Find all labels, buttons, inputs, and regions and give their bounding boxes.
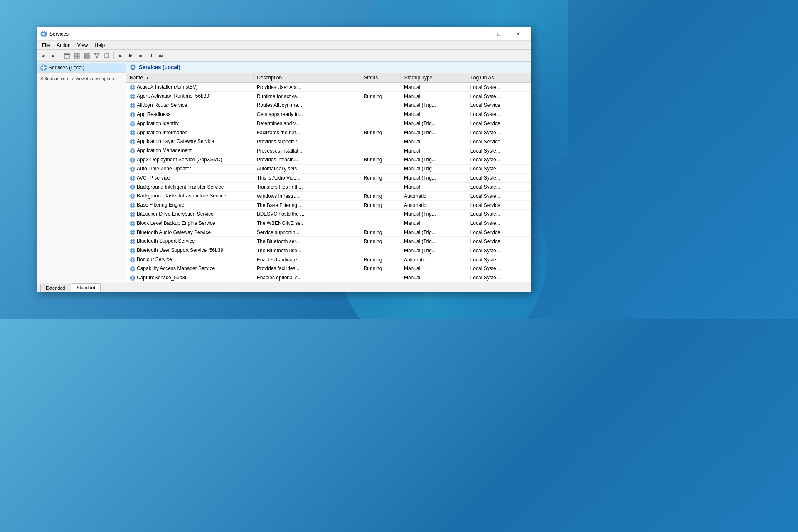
- service-name: Background Tasks Infrastructure Service: [137, 193, 226, 199]
- table-row[interactable]: Application InformationFacilitates the r…: [126, 128, 531, 137]
- svg-rect-186: [130, 223, 131, 224]
- col-header-name[interactable]: Name ▲: [126, 73, 254, 83]
- table-row[interactable]: Background Intelligent Transfer ServiceT…: [126, 182, 531, 192]
- table-row[interactable]: Auto Time Zone UpdaterAutomatically sets…: [126, 164, 531, 173]
- svg-rect-215: [132, 252, 133, 253]
- toolbar-view2[interactable]: [72, 51, 81, 60]
- table-row[interactable]: Bluetooth Support ServiceThe Bluetooth s…: [126, 237, 531, 246]
- table-row[interactable]: Capability Access Manager ServiceProvide…: [126, 264, 531, 273]
- service-startup: Automatic: [401, 255, 467, 264]
- toolbar-edit[interactable]: [102, 51, 111, 60]
- service-name: Application Identity: [137, 121, 179, 126]
- svg-rect-105: [132, 153, 133, 153]
- col-header-status[interactable]: Status: [360, 73, 401, 83]
- service-description: Routes AllJoyn me...: [254, 101, 360, 110]
- menu-action[interactable]: Action: [53, 42, 74, 49]
- svg-rect-197: [134, 232, 135, 233]
- service-description: Transfers files in th...: [254, 182, 360, 192]
- svg-rect-244: [132, 276, 133, 276]
- toolbar-filter[interactable]: [92, 51, 101, 60]
- table-row[interactable]: Block Level Backup Engine ServiceThe WBE…: [126, 219, 531, 228]
- svg-rect-227: [134, 259, 135, 260]
- table-row[interactable]: AVCTP serviceThis is Audio Vide...Runnin…: [126, 173, 531, 182]
- services-tbody: ActiveX Installer (AxInstSV)Provides Use…: [126, 83, 531, 282]
- tab-strip: Extended Standard: [37, 283, 531, 292]
- svg-point-233: [132, 268, 133, 270]
- table-row[interactable]: Base Filtering EngineThe Base Filtering …: [126, 201, 531, 210]
- table-row[interactable]: Application ManagementProcesses installa…: [126, 146, 531, 155]
- tab-extended[interactable]: Extended: [40, 284, 70, 292]
- service-icon: [130, 248, 135, 254]
- service-startup: Manual: [401, 273, 467, 282]
- service-logon: Local Syste...: [467, 273, 531, 282]
- menu-view[interactable]: View: [74, 42, 91, 49]
- svg-rect-207: [134, 241, 135, 242]
- table-row[interactable]: CaptureService_56b39Enables optional s..…: [126, 273, 531, 282]
- svg-rect-217: [134, 250, 135, 251]
- svg-rect-136: [130, 178, 131, 179]
- tab-standard[interactable]: Standard: [71, 283, 101, 292]
- close-button[interactable]: ✕: [508, 27, 527, 41]
- svg-point-183: [132, 222, 133, 224]
- table-row[interactable]: Bonjour ServiceEnables hardware ...Runni…: [126, 255, 531, 264]
- toolbar-stop[interactable]: ■: [136, 51, 145, 60]
- col-header-logon[interactable]: Log On As: [467, 73, 531, 83]
- toolbar-view3[interactable]: [82, 51, 91, 60]
- toolbar-restart[interactable]: ⏭: [156, 51, 165, 60]
- minimize-button[interactable]: —: [470, 27, 489, 41]
- svg-point-133: [132, 177, 133, 179]
- title-bar: Services — □ ✕: [37, 27, 531, 41]
- service-status: [360, 119, 401, 128]
- service-logon: Local Syste...: [467, 219, 531, 228]
- service-name: CaptureService_56b39: [137, 275, 188, 281]
- maximize-button[interactable]: □: [489, 27, 508, 41]
- service-name: Application Layer Gateway Service: [137, 138, 214, 144]
- table-row[interactable]: ActiveX Installer (AxInstSV)Provides Use…: [126, 83, 531, 92]
- service-startup: Manual (Trig...: [401, 209, 467, 219]
- svg-rect-146: [130, 187, 131, 187]
- service-startup: Manual: [401, 264, 467, 273]
- table-row[interactable]: App ReadinessGets apps ready fo...Manual…: [126, 110, 531, 119]
- svg-rect-37: [134, 87, 135, 88]
- table-row[interactable]: AllJoyn Router ServiceRoutes AllJoyn me.…: [126, 101, 531, 110]
- window-title: Services: [49, 31, 470, 37]
- svg-rect-145: [132, 189, 133, 190]
- toolbar-forward[interactable]: ►: [49, 51, 58, 60]
- table-row[interactable]: Bluetooth User Support Service_56b39The …: [126, 246, 531, 255]
- svg-rect-56: [130, 105, 131, 106]
- col-header-startup[interactable]: Startup Type: [401, 73, 467, 83]
- service-status: [360, 137, 401, 146]
- svg-point-143: [132, 186, 133, 188]
- svg-rect-225: [132, 261, 133, 262]
- table-row[interactable]: Application Layer Gateway ServiceProvide…: [126, 137, 531, 146]
- svg-rect-204: [132, 239, 133, 240]
- svg-rect-234: [132, 266, 133, 267]
- tree-item-services-local[interactable]: Services (Local): [37, 63, 126, 72]
- svg-rect-12: [74, 56, 76, 58]
- table-row[interactable]: Background Tasks Infrastructure ServiceW…: [126, 192, 531, 201]
- table-row[interactable]: AppX Deployment Service (AppXSVC)Provide…: [126, 155, 531, 165]
- service-name: Bluetooth Support Service: [137, 238, 195, 244]
- table-row[interactable]: Application IdentityDetermines and v...M…: [126, 119, 531, 128]
- toolbar-pause[interactable]: ▶: [126, 51, 135, 60]
- menu-help[interactable]: Help: [91, 42, 108, 49]
- toolbar-pause2[interactable]: ⏸: [146, 51, 155, 60]
- toolbar-back[interactable]: ◄: [39, 51, 48, 60]
- services-table-container[interactable]: Name ▲ Description Status Startup Type: [126, 73, 531, 282]
- service-status: [360, 83, 401, 92]
- svg-rect-175: [132, 216, 133, 217]
- table-row[interactable]: Agent Activation Runtime_56b39Runtime fo…: [126, 92, 531, 101]
- service-logon: Local Syste...: [467, 83, 531, 92]
- toolbar-view1[interactable]: [62, 51, 71, 60]
- toolbar-play[interactable]: ►: [116, 51, 125, 60]
- service-name: Background Intelligent Transfer Service: [137, 184, 224, 190]
- service-status: [360, 182, 401, 192]
- col-header-description[interactable]: Description: [254, 73, 360, 83]
- service-logon: Local Syste...: [467, 182, 531, 192]
- svg-rect-66: [130, 114, 131, 115]
- menu-file[interactable]: File: [39, 42, 53, 49]
- service-description: The WBENGINE se...: [254, 219, 360, 228]
- service-logon: Local Syste...: [467, 110, 531, 119]
- table-row[interactable]: Bluetooth Audio Gateway ServiceService s…: [126, 228, 531, 237]
- table-row[interactable]: BitLocker Drive Encryption ServiceBDESVC…: [126, 209, 531, 219]
